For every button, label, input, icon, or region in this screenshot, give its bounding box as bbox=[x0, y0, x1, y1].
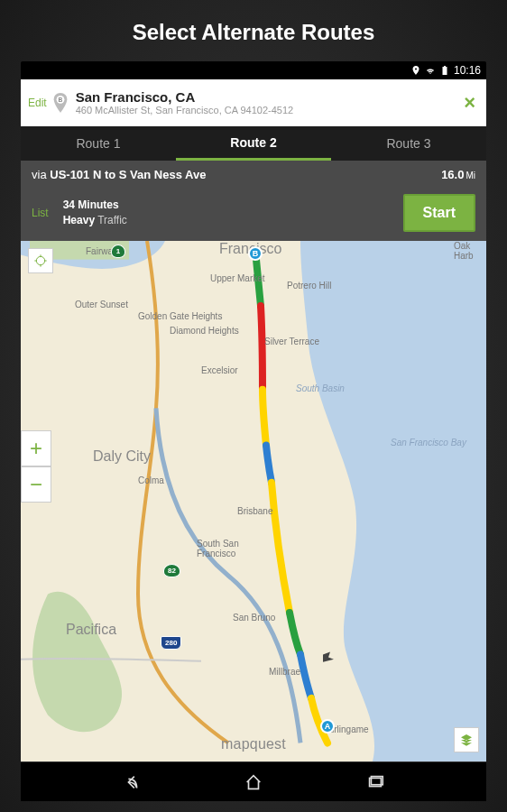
route-detail-row: List 34 Minutes Heavy Traffic Start bbox=[21, 189, 486, 241]
map-brand: mapquest bbox=[221, 736, 286, 752]
wifi-icon bbox=[425, 65, 436, 76]
zoom-out-button[interactable]: − bbox=[21, 466, 51, 503]
highway-shield: 82 bbox=[163, 564, 180, 577]
home-icon[interactable] bbox=[244, 772, 263, 792]
location-icon bbox=[410, 65, 421, 76]
back-icon[interactable] bbox=[123, 772, 143, 792]
layers-icon bbox=[459, 733, 474, 747]
zoom-control: + − bbox=[21, 430, 51, 503]
close-icon[interactable]: × bbox=[460, 91, 479, 115]
start-button[interactable]: Start bbox=[403, 194, 475, 232]
crosshair-icon bbox=[33, 254, 48, 268]
route-distance: 16.0Mi bbox=[441, 168, 475, 181]
zoom-in-button[interactable]: + bbox=[21, 430, 51, 466]
svg-point-4 bbox=[36, 256, 44, 264]
route-duration: 34 Minutes bbox=[63, 198, 403, 213]
destination-pin-icon: B bbox=[52, 93, 69, 113]
battery-icon bbox=[439, 65, 450, 76]
destination-bar: Edit B San Francisco, CA 460 McAllister … bbox=[21, 79, 486, 126]
tab-route-1[interactable]: Route 1 bbox=[21, 126, 176, 161]
layers-button[interactable] bbox=[454, 727, 479, 752]
locate-button[interactable] bbox=[28, 248, 53, 273]
page-title: Select Alternate Routes bbox=[133, 20, 375, 45]
highway-shield: 1 bbox=[111, 245, 125, 258]
route-pin-a[interactable]: A bbox=[320, 719, 335, 734]
route-via: via US-101 N to S Van Ness Ave bbox=[32, 168, 206, 181]
destination-text[interactable]: San Francisco, CA 460 McAllister St, San… bbox=[76, 89, 460, 116]
route-summary-row: via US-101 N to S Van Ness Ave 16.0Mi bbox=[21, 161, 486, 189]
interstate-shield: 280 bbox=[161, 636, 181, 650]
recent-apps-icon[interactable] bbox=[365, 772, 385, 792]
status-bar: 10:16 bbox=[21, 61, 486, 79]
edit-button[interactable]: Edit bbox=[28, 97, 47, 109]
map-canvas bbox=[21, 241, 486, 761]
device-screen: 10:16 Edit B San Francisco, CA 460 McAll… bbox=[21, 61, 486, 801]
destination-address: 460 McAllister St, San Francisco, CA 941… bbox=[76, 105, 460, 116]
route-pin-b[interactable]: B bbox=[248, 246, 263, 261]
route-tabs: Route 1 Route 2 Route 3 bbox=[21, 126, 486, 161]
tab-route-3[interactable]: Route 3 bbox=[331, 126, 486, 161]
android-nav-bar bbox=[21, 761, 486, 801]
map[interactable]: Francisco Upper Market Outer Sunset Gold… bbox=[21, 241, 486, 761]
route-traffic: Heavy Traffic bbox=[63, 213, 403, 228]
svg-text:B: B bbox=[58, 97, 62, 103]
tab-route-2[interactable]: Route 2 bbox=[176, 126, 331, 161]
destination-city: San Francisco, CA bbox=[76, 89, 460, 105]
list-button[interactable]: List bbox=[32, 207, 49, 219]
status-time: 10:16 bbox=[454, 64, 481, 77]
